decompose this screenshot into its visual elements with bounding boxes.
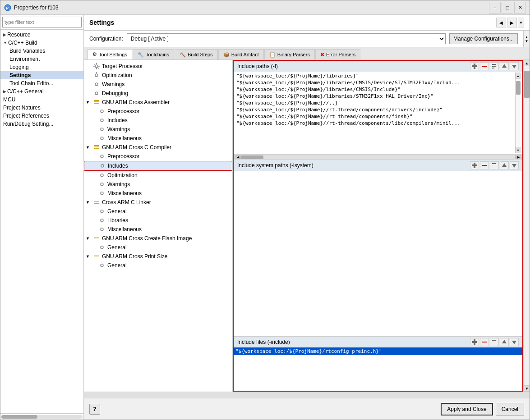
include-paths-edit-button[interactable] <box>490 62 499 70</box>
vscroll-up-button[interactable]: ▲ <box>524 60 530 66</box>
tool-item-label: Target Processor <box>102 63 143 69</box>
tab-tool-settings[interactable]: ⚙ Tool Settings <box>88 49 132 59</box>
config-select[interactable]: Debug [ Active ] <box>127 33 446 44</box>
sidebar-item-label: Build Variables <box>9 48 45 54</box>
tab-error-parsers[interactable]: ✖ Error Parsers <box>315 49 360 59</box>
include-path-item[interactable]: "${workspace_loc:/${ProjName}//..}" <box>235 100 515 106</box>
tool-item-c-optimization[interactable]: Optimization <box>84 171 232 180</box>
tool-item-c-preprocessor[interactable]: Preprocessor <box>84 152 232 161</box>
manage-configurations-button[interactable]: Manage Configurations... <box>449 33 518 44</box>
sidebar-hscroll-area[interactable] <box>0 413 83 420</box>
include-path-item[interactable]: "${workspace_loc:/${ProjName}/libraries/… <box>235 86 515 93</box>
include-sys-add-button[interactable] <box>470 161 479 169</box>
svg-rect-46 <box>472 164 477 166</box>
sidebar-hscroll-track[interactable] <box>1 415 83 419</box>
sidebar-item-logging[interactable]: Logging <box>0 63 83 71</box>
vscroll-down-btn[interactable]: ▼ <box>516 147 521 153</box>
sidebar-item-environment[interactable]: Environment <box>0 55 83 63</box>
sidebar-item-mcu[interactable]: MCU <box>0 96 83 104</box>
vscroll-thumb[interactable] <box>524 71 530 98</box>
tab-binary-parsers[interactable]: 📋 Binary Parsers <box>264 49 315 59</box>
tab-build-steps[interactable]: 🔨 Build Steps <box>175 49 218 59</box>
tool-item-print-general[interactable]: General <box>84 261 232 270</box>
tool-item-asm-miscellaneous[interactable]: Miscellaneous <box>84 134 232 143</box>
tool-item-linker-general[interactable]: General <box>84 207 232 216</box>
include-sys-up-button[interactable] <box>500 161 509 169</box>
tool-item-asm-warnings[interactable]: Warnings <box>84 125 232 134</box>
search-input[interactable] <box>2 17 82 27</box>
sidebar-item-resource[interactable]: ▶ Resource <box>0 31 83 39</box>
include-paths-hscroll[interactable]: ◀ ▶ <box>234 154 522 160</box>
include-path-item[interactable]: "${workspace_loc:/${ProjName}//rt-thread… <box>235 113 515 120</box>
include-files-down-button[interactable] <box>510 338 519 346</box>
tool-item-c-warnings[interactable]: Warnings <box>84 180 232 189</box>
forward-button[interactable]: ▶ <box>507 18 517 27</box>
cancel-button[interactable]: Cancel <box>496 403 524 415</box>
include-path-item[interactable]: "${workspace_loc:/${ProjName}/libraries/… <box>235 79 515 86</box>
include-path-item[interactable]: "${workspace_loc:/${ProjName}//rt-thread… <box>235 106 515 113</box>
sidebar-item-project-references[interactable]: Project References <box>0 112 83 120</box>
sidebar-item-tool-chain-editor[interactable]: Tool Chain Edito... <box>0 79 83 87</box>
include-files-up-button[interactable] <box>500 338 509 346</box>
include-path-item[interactable]: "${workspace_loc:/${ProjName}//rt-thread… <box>235 120 515 127</box>
tool-item-debugging[interactable]: Debugging <box>84 89 232 98</box>
close-button[interactable]: ✕ <box>514 2 526 14</box>
tool-item-flash-general[interactable]: General <box>84 243 232 252</box>
tool-item-gnu-arm-assembler[interactable]: ▼ GNU ARM Cross Assembler <box>84 98 232 107</box>
sidebar-item-project-natures[interactable]: Project Natures <box>0 104 83 112</box>
include-path-item[interactable]: "${workspace_loc:/${ProjName}/libraries}… <box>235 73 515 79</box>
back-button[interactable]: ◀ <box>496 18 506 27</box>
include-files-edit-button[interactable] <box>490 338 499 346</box>
tool-icon <box>93 99 100 106</box>
include-paths-up-button[interactable] <box>500 62 509 70</box>
tool-item-target-processor[interactable]: Target Processor <box>84 62 232 71</box>
include-path-item[interactable]: "${workspace_loc:/${ProjName}/libraries/… <box>235 93 515 100</box>
right-panel-vscroll-top[interactable]: ▲ <box>525 35 529 39</box>
include-file-item[interactable]: "${workspace_loc:/${ProjName}/rtconfig_p… <box>234 347 522 355</box>
window-title: Properties for f103 <box>14 5 489 11</box>
include-sys-delete-button[interactable] <box>480 161 489 169</box>
sidebar-item-ccpp-general[interactable]: ▶ C/C++ General <box>0 87 83 96</box>
tool-item-warnings[interactable]: Warnings <box>84 80 232 89</box>
sidebar-item-ccpp-build[interactable]: ▼ C/C++ Build <box>0 39 83 47</box>
include-files-add-button[interactable] <box>470 338 479 346</box>
tab-toolchains[interactable]: 🔧 Toolchains <box>133 49 174 59</box>
tool-item-c-miscellaneous[interactable]: Miscellaneous <box>84 189 232 198</box>
tool-item-linker-libraries[interactable]: Libraries <box>84 216 232 225</box>
tab-build-artifact[interactable]: 📦 Build Artifact <box>218 49 264 59</box>
maximize-button[interactable]: □ <box>502 2 513 14</box>
help-button[interactable]: ? <box>89 404 100 415</box>
tool-item-asm-includes[interactable]: Includes <box>84 116 232 125</box>
include-paths-delete-button[interactable] <box>480 62 489 70</box>
apply-close-button[interactable]: Apply and Close <box>441 403 493 415</box>
action-buttons: Apply and Close Cancel <box>441 403 524 415</box>
sidebar-item-settings[interactable]: Settings <box>0 71 83 79</box>
include-sys-edit-button[interactable] <box>490 161 499 169</box>
hscroll-thumb[interactable] <box>241 155 263 159</box>
vscroll-down-button[interactable]: ▼ <box>524 385 530 392</box>
right-panel-vscroll-bottom[interactable]: ▼ <box>525 39 529 43</box>
tool-item-linker-miscellaneous[interactable]: Miscellaneous <box>84 225 232 234</box>
include-files-delete-button[interactable] <box>480 338 489 346</box>
bottom-hscroll[interactable] <box>84 392 530 398</box>
tool-item-cross-arm-c-linker[interactable]: ▼ Cross ARM C Linker <box>84 198 232 207</box>
hscroll-right-btn[interactable]: ▶ <box>515 155 521 159</box>
nav-dropdown-button[interactable]: ▼ <box>518 18 524 27</box>
tabs-bar: ⚙ Tool Settings 🔧 Toolchains 🔨 Build Ste… <box>84 47 530 60</box>
include-sys-down-button[interactable] <box>510 161 519 169</box>
minimize-button[interactable]: − <box>489 2 501 14</box>
vscroll-up-btn[interactable]: ▲ <box>516 73 521 79</box>
tool-item-asm-preprocessor[interactable]: Preprocessor <box>84 107 232 116</box>
vscroll-thumb[interactable] <box>516 81 521 95</box>
include-paths-add-button[interactable] <box>470 62 479 70</box>
tool-item-gnu-arm-flash[interactable]: ▼ GNU ARM Cross Create Flash Image <box>84 234 232 243</box>
tool-item-gnu-arm-c-compiler[interactable]: ▼ GNU ARM Cross C Compiler <box>84 143 232 152</box>
include-paths-down-button[interactable] <box>510 62 519 70</box>
sidebar-item-run-debug[interactable]: Run/Debug Setting... <box>0 120 83 128</box>
svg-rect-47 <box>482 165 487 166</box>
tool-item-optimization[interactable]: Optimization <box>84 71 232 80</box>
tool-item-gnu-arm-print[interactable]: ▼ GNU ARM Cross Print Size <box>84 252 232 261</box>
hscroll-left-btn[interactable]: ◀ <box>235 155 241 159</box>
tool-item-c-includes[interactable]: Includes <box>84 161 232 171</box>
sidebar-item-build-variables[interactable]: Build Variables <box>0 47 83 55</box>
